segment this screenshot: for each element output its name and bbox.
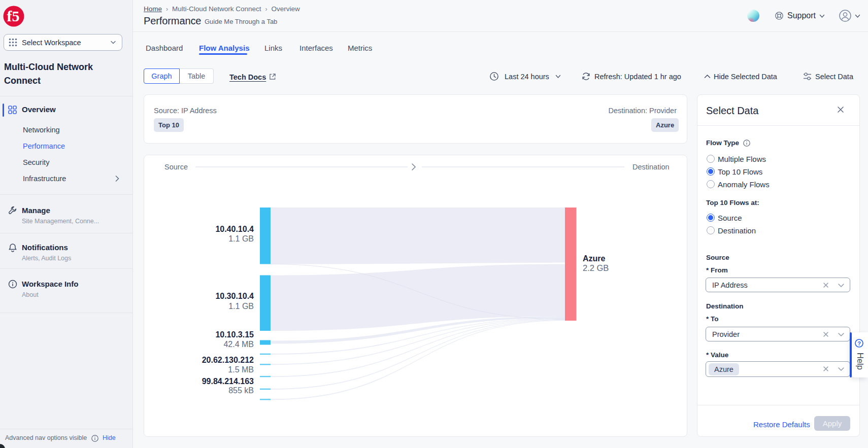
svg-text:10.10.3.15: 10.10.3.15 (215, 330, 254, 339)
svg-text:1.1 GB: 1.1 GB (228, 302, 254, 311)
svg-text:855 kB: 855 kB (228, 386, 254, 395)
svg-text:Source: Source (164, 163, 188, 171)
svg-text:99.84.214.163: 99.84.214.163 (202, 377, 254, 386)
svg-text:2.2 GB: 2.2 GB (583, 263, 609, 272)
svg-text:1.1 GB: 1.1 GB (228, 234, 254, 243)
svg-text:42.4 MB: 42.4 MB (223, 340, 254, 349)
svg-text:20.62.130.212: 20.62.130.212 (202, 356, 254, 364)
svg-text:Destination: Destination (632, 163, 670, 171)
svg-text:?: ? (857, 340, 861, 347)
svg-text:10.40.10.4: 10.40.10.4 (215, 225, 254, 233)
svg-text:Azure: Azure (583, 254, 606, 263)
svg-text:f5: f5 (7, 8, 20, 24)
svg-text:1.5 MB: 1.5 MB (228, 365, 254, 374)
svg-text:10.30.10.4: 10.30.10.4 (215, 292, 254, 300)
